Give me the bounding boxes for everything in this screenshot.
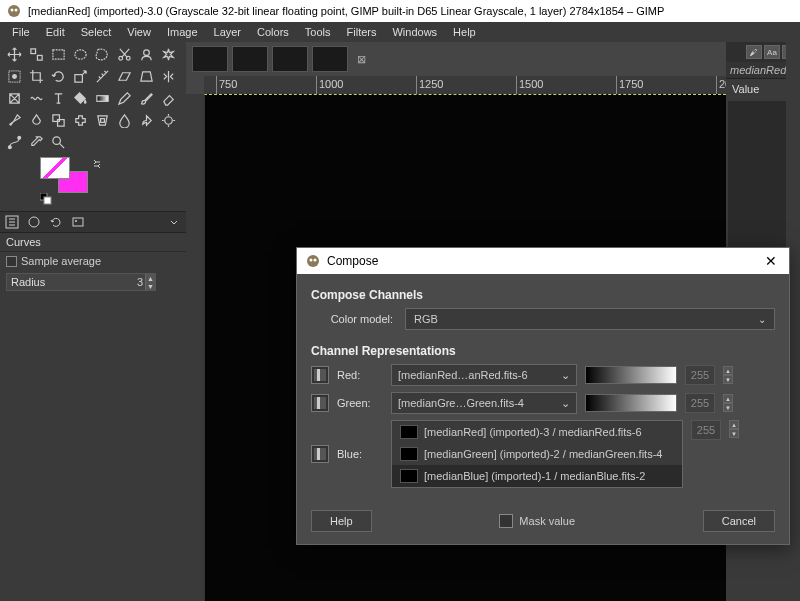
image-tabs: ⊠ [186,42,726,76]
radius-down[interactable]: ▼ [145,282,155,290]
channel-red-icon[interactable] [311,366,329,384]
menu-colors[interactable]: Colors [249,24,297,40]
tool-pencil[interactable] [116,90,133,107]
menu-view[interactable]: View [119,24,159,40]
tool-bucket[interactable] [72,90,89,107]
cancel-button[interactable]: Cancel [703,510,775,532]
tool-ink[interactable] [28,112,45,129]
tool-cage[interactable] [6,90,23,107]
channel-red-gradient[interactable] [585,366,677,384]
radius-spinner[interactable]: 3 ▲ ▼ [6,273,156,291]
tool-airbrush[interactable] [6,112,23,129]
fg-color-swatch[interactable] [40,157,70,179]
tool-rotate[interactable] [50,68,67,85]
help-button[interactable]: Help [311,510,372,532]
channel-blue-value[interactable]: 255 [691,420,721,440]
spin-up[interactable]: ▲ [729,420,739,429]
tool-gradient[interactable] [94,90,111,107]
channel-green-value[interactable]: 255 [685,393,715,413]
tool-text[interactable] [50,90,67,107]
color-model-dropdown[interactable]: RGB ⌄ [405,308,775,330]
tool-warp[interactable] [28,90,45,107]
ruler-vertical[interactable] [186,94,204,601]
tool-dodge[interactable] [160,112,177,129]
blue-option-0[interactable]: [medianRed] (imported)-3 / medianRed.fit… [392,421,682,443]
tool-free-select[interactable] [94,46,111,63]
tab-tool-options[interactable] [4,214,20,230]
tool-blur[interactable] [116,112,133,129]
menu-select[interactable]: Select [73,24,120,40]
tool-paintbrush[interactable] [138,90,155,107]
tool-crop[interactable] [28,68,45,85]
image-tab-3[interactable] [272,46,308,72]
tool-color-picker[interactable] [28,134,45,151]
menu-windows[interactable]: Windows [384,24,445,40]
channel-green-gradient[interactable] [585,394,677,412]
dialog-titlebar[interactable]: Compose ✕ [297,248,789,274]
tool-scissors[interactable] [116,46,133,63]
menu-file[interactable]: File [4,24,38,40]
tab-undo-history[interactable] [48,214,64,230]
image-tab-4[interactable] [312,46,348,72]
tool-heal[interactable] [72,112,89,129]
close-tab-icon[interactable]: ⊠ [352,46,370,72]
dock-btn-brush[interactable]: 🖌 [746,45,762,59]
image-tab-2[interactable] [232,46,268,72]
tool-path[interactable] [6,134,23,151]
tool-clone[interactable] [50,112,67,129]
menu-image[interactable]: Image [159,24,206,40]
channel-green-icon[interactable] [311,394,329,412]
blue-option-2[interactable]: [medianBlue] (imported)-1 / medianBlue.f… [392,465,682,487]
menu-edit[interactable]: Edit [38,24,73,40]
mask-value-checkbox[interactable] [499,514,513,528]
channel-blue-icon[interactable] [311,445,329,463]
menu-tools[interactable]: Tools [297,24,339,40]
tool-by-color-select[interactable] [6,68,23,85]
tool-ellipse-select[interactable] [72,46,89,63]
channel-green-dropdown[interactable]: [medianGre…Green.fits-4 ⌄ [391,392,577,414]
svg-rect-4 [37,55,42,60]
menu-filters[interactable]: Filters [339,24,385,40]
default-colors-icon[interactable] [40,193,52,205]
channel-green-label: Green: [337,397,383,409]
swap-colors-icon[interactable] [92,159,102,169]
tool-perspective[interactable] [138,68,155,85]
spin-down[interactable]: ▼ [729,429,739,438]
color-model-label: Color model: [311,313,397,325]
sample-average-checkbox[interactable] [6,256,17,267]
channel-red-dropdown[interactable]: [medianRed…anRed.fits-6 ⌄ [391,364,577,386]
color-swatches[interactable] [40,157,182,205]
tool-fuzzy-select[interactable] [160,46,177,63]
tool-eraser[interactable] [160,90,177,107]
spin-up[interactable]: ▲ [723,366,733,375]
ruler-horizontal[interactable]: 750 1000 1250 1500 1750 2000 [204,76,726,94]
tab-menu-icon[interactable] [166,214,182,230]
tool-measure[interactable] [94,68,111,85]
radius-up[interactable]: ▲ [145,274,155,282]
image-tab-1[interactable] [192,46,228,72]
spin-up[interactable]: ▲ [723,394,733,403]
tool-flip[interactable] [160,68,177,85]
blue-option-1[interactable]: [medianGreen] (imported)-2 / medianGreen… [392,443,682,465]
tool-move[interactable] [6,46,23,63]
tab-device-status[interactable] [26,214,42,230]
tool-perspective-clone[interactable] [94,112,111,129]
tool-zoom[interactable] [50,134,67,151]
tool-foreground-select[interactable] [138,46,155,63]
spin-down[interactable]: ▼ [723,375,733,384]
spin-down[interactable]: ▼ [723,403,733,412]
svg-point-0 [8,5,20,17]
tool-smudge[interactable] [138,112,155,129]
dock-btn-text[interactable]: Aa [764,45,780,59]
tab-images[interactable] [70,214,86,230]
tool-shear[interactable] [116,68,133,85]
menu-help[interactable]: Help [445,24,484,40]
dialog-close-icon[interactable]: ✕ [761,253,781,269]
channel-red-value[interactable]: 255 [685,365,715,385]
section-compose-channels: Compose Channels [311,288,775,302]
tool-align[interactable] [28,46,45,63]
channel-blue-dropdown-open[interactable]: [medianRed] (imported)-3 / medianRed.fit… [391,420,683,488]
menu-layer[interactable]: Layer [206,24,250,40]
tool-rect-select[interactable] [50,46,67,63]
tool-scale[interactable] [72,68,89,85]
